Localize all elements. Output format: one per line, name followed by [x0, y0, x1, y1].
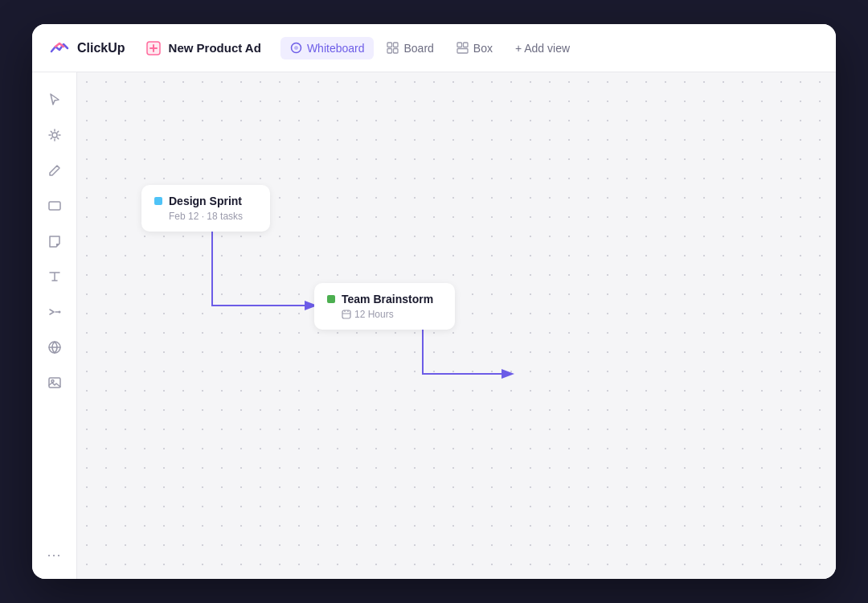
design-sprint-card[interactable]: Design Sprint Feb 12 · 18 tasks [141, 185, 270, 232]
design-sprint-color-dot [154, 197, 162, 205]
card-header: Design Sprint [154, 195, 257, 207]
whiteboard-tab-icon [290, 42, 302, 54]
project-title: New Product Ad [169, 41, 261, 55]
design-sprint-title: Design Sprint [169, 195, 242, 207]
box-tab-icon [457, 42, 469, 54]
sidebar: ... [32, 72, 77, 579]
clickup-logo-icon [48, 37, 71, 59]
sidebar-pen-icon[interactable] [40, 156, 69, 185]
project-section: New Product Ad [145, 39, 261, 57]
box-tab-label: Box [473, 42, 493, 55]
team-brainstorm-color-dot [327, 295, 335, 303]
hours-icon [342, 310, 351, 319]
svg-point-12 [58, 311, 60, 314]
svg-rect-9 [457, 49, 468, 54]
tab-board[interactable]: Board [377, 37, 443, 59]
svg-point-10 [52, 133, 57, 137]
design-sprint-meta: Feb 12 · 18 tasks [169, 211, 257, 222]
add-view-button[interactable]: + Add view [506, 37, 579, 59]
board-tab-icon [387, 42, 399, 54]
svg-rect-7 [457, 43, 462, 47]
svg-rect-5 [387, 49, 392, 54]
svg-rect-3 [387, 43, 392, 47]
sidebar-image-icon[interactable] [40, 368, 69, 397]
svg-rect-18 [342, 310, 350, 318]
svg-rect-8 [463, 43, 468, 47]
team-brainstorm-hours: 12 Hours [342, 309, 442, 320]
project-icon [145, 39, 162, 57]
svg-rect-4 [394, 43, 399, 47]
sidebar-sticky-note-icon[interactable] [40, 227, 69, 256]
nav-tabs: Whiteboard Board Box [280, 37, 579, 59]
sidebar-connector-icon[interactable] [40, 297, 69, 326]
whiteboard-tab-label: Whiteboard [307, 42, 365, 55]
sidebar-globe-icon[interactable] [40, 333, 69, 362]
logo-text: ClickUp [77, 41, 125, 55]
sidebar-text-icon[interactable] [40, 262, 69, 291]
svg-point-15 [51, 380, 54, 383]
app-window: ClickUp New Product Ad Whiteboard [32, 24, 836, 579]
team-brainstorm-title: Team Brainstorm [342, 293, 433, 306]
svg-rect-11 [49, 202, 60, 210]
main-layout: ... [32, 72, 836, 579]
svg-rect-6 [394, 49, 399, 54]
sidebar-rectangle-icon[interactable] [40, 191, 69, 220]
logo-area: ClickUp [48, 37, 125, 59]
canvas-area[interactable]: Design Sprint Feb 12 · 18 tasks Team Bra… [77, 72, 836, 579]
card-header-2: Team Brainstorm [327, 293, 442, 306]
board-tab-label: Board [403, 42, 433, 55]
add-view-label: + Add view [515, 42, 570, 55]
connector-lines [77, 72, 836, 579]
topbar: ClickUp New Product Ad Whiteboard [32, 24, 836, 72]
hours-value: 12 Hours [354, 309, 394, 320]
tab-whiteboard[interactable]: Whiteboard [280, 37, 375, 59]
team-brainstorm-card[interactable]: Team Brainstorm 12 Hours [314, 283, 455, 330]
sidebar-magic-icon[interactable] [40, 121, 69, 150]
sidebar-cursor-icon[interactable] [40, 85, 69, 114]
tab-box[interactable]: Box [447, 37, 502, 59]
sidebar-more-button[interactable]: ... [40, 537, 69, 566]
